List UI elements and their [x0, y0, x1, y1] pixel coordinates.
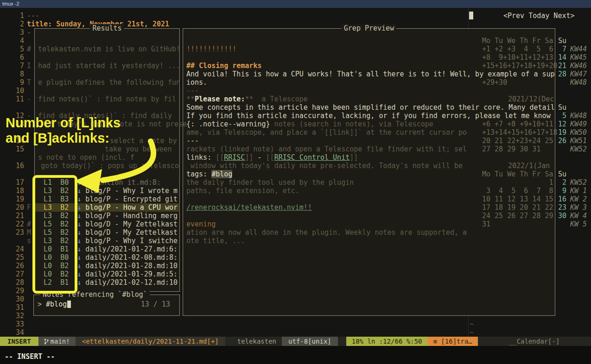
preview-line: {: .notice--warning} notes (search in no…	[186, 120, 433, 128]
calendar-days-row: 1	[482, 178, 553, 187]
preview-line: evening	[186, 220, 216, 228]
background-text-fragment: had just started it yesterday! ...	[38, 62, 180, 70]
command-line: -- INSERT --	[0, 346, 591, 364]
preview-line: window with today's daily note pre-selec…	[186, 162, 463, 170]
git-branch-icon	[44, 339, 49, 345]
preview-text-segment: #blog	[211, 170, 232, 178]
warning-segment: ≡ [16]tra…	[427, 337, 477, 346]
encoding-segment: utf-8[unix]	[282, 337, 338, 346]
result-label: daily/2021-01-29.md:5:	[81, 270, 178, 278]
calendar-days-row: +6 +7 +8 +9+10+11	[482, 120, 553, 128]
calendar-days-row: +13+14+15+16+17+18	[482, 128, 558, 137]
background-text-fragment: find notes()` : find notes by fil	[38, 95, 176, 103]
preview-text-segment: RRISC Control Unit	[274, 153, 350, 162]
preview-text-segment: ions.	[186, 78, 207, 87]
calendar-sunday-cell: 30	[555, 212, 566, 220]
calendar-week-number: KW48	[570, 112, 587, 120]
preview-text-segment: notes (search in notes), via Telescope	[270, 120, 433, 128]
markdown-file-icon: ↓	[77, 253, 81, 262]
preview-text-segment: [[	[266, 153, 274, 162]
preview-text-segment: tags:	[186, 170, 211, 178]
calendar-sunday-cell: 28	[555, 70, 566, 78]
preview-text-segment: the daily finder tool used by the plugin	[186, 178, 354, 187]
calendar-week-number: KW52	[570, 178, 587, 187]
calendar-week-number: KW 2	[570, 195, 587, 203]
preview-text-segment: And voila! This is how a CPU works! That…	[186, 70, 555, 78]
calendar-days-row: +8 9+10+11+12+13	[482, 53, 553, 62]
preview-line: links: [[RRISC]] - [[RRISC Control Unit]…	[186, 153, 358, 162]
calendar-sunday-cell: 19	[555, 128, 566, 137]
preview-line: paths, file extension, etc.	[186, 187, 299, 195]
calendar-week-number: KW 3	[570, 203, 587, 212]
calendar-cursor-block	[469, 12, 473, 19]
calendar-week-number: KW 5	[570, 220, 587, 228]
result-label: daily/2021-02-12.md:10	[81, 278, 178, 287]
calendar-week-number: KW49	[570, 120, 587, 128]
calendar-days-row: +29+30	[482, 78, 507, 87]
preview-text-segment: {: .notice--warning}	[186, 120, 270, 128]
preview-text-segment: ## Closing remarks	[186, 62, 262, 70]
annotation-text: Number of [L]inks and [B]acklinks:	[6, 115, 121, 146]
preview-line: If you find this article inaccurate, lac…	[186, 112, 551, 120]
markdown-file-icon: ↓	[77, 212, 81, 220]
preview-line: !!!!!!!!!!!!	[186, 45, 236, 53]
markdown-file-icon: ↓	[77, 270, 81, 278]
preview-text-segment: -	[254, 153, 266, 162]
calendar-sunday-cell: Su	[555, 170, 566, 178]
background-text-fragment: e plugin defines the following fun	[38, 78, 180, 87]
preview-text-segment: [[	[216, 153, 224, 162]
preview-line: rackets (linked note) and open a Telesco…	[186, 145, 467, 153]
preview-text-segment: RRISC	[224, 153, 245, 162]
preview-line: **Please note:** a Telescope	[186, 95, 308, 103]
vim-area: 1234567891011121314151617181920212223242…	[0, 8, 591, 337]
preview-text-segment: If you find this article inaccurate, lac…	[186, 112, 551, 120]
calendar-week-number: KW48	[570, 78, 587, 87]
calendar-days-row: Mo Tu We Th Fr Sa	[482, 37, 553, 45]
result-label: daily/2021-01-28.md:10	[81, 262, 178, 270]
preview-text-segment: **	[245, 95, 253, 103]
result-label: daily/2021-02-08.md:8:	[81, 253, 178, 262]
preview-line: /renerocksai/telekasten.nvim!!	[186, 203, 312, 212]
git-branch-segment: main!	[38, 337, 76, 346]
result-label: blog/P - Why I switche	[81, 237, 178, 245]
preview-line: Some concepts in this article have been …	[186, 103, 555, 112]
calendar-sunday-cell: 21	[555, 62, 566, 70]
calendar-days-row: 10 11 12 13 14 15	[482, 195, 553, 203]
markdown-file-icon: ↓	[77, 262, 81, 270]
calendar-sunday-cell: 16	[555, 195, 566, 203]
calendar-days-row: +15+16+17+18+19+20	[482, 62, 558, 70]
statusline-fill	[565, 337, 591, 346]
calendar-nav[interactable]: <Prev Today Next>	[503, 12, 575, 20]
markdown-file-icon: ↓	[77, 228, 81, 237]
calendar-week-number: KW46	[570, 62, 587, 70]
result-label: blog/D - My Zettelkast	[81, 220, 178, 228]
preview-line: ions.	[186, 78, 207, 87]
preview-text-segment: paths, file extension, etc.	[186, 187, 299, 195]
git-branch-name: main!	[51, 338, 70, 345]
plugin-name: telekasten	[232, 337, 282, 346]
calendar-week-number: KW45	[570, 53, 587, 62]
result-label: daily/2021-01-27.md:6:	[81, 245, 178, 253]
calendar-sunday-cell: 9	[555, 187, 566, 195]
calendar-days-row: +1 +2 +3 4 5 6	[482, 45, 553, 53]
calendar-days-row: 31	[482, 220, 490, 228]
preview-text-segment: /renerocksai/telekasten.nvim!!	[186, 203, 312, 212]
preview-line: ation are now all done in the plugin. We…	[186, 228, 467, 237]
calendar-week-number: KW 1	[570, 187, 587, 195]
calendar-week-number: KW51	[570, 137, 587, 145]
preview-text-segment: ame, via Telescope, and place a `[[link]…	[186, 128, 467, 137]
calendar-sunday-cell: 7	[555, 45, 566, 53]
result-label: blog/P - Handling merg	[81, 212, 178, 220]
calendar-days-row: 17 18 19 20 21 22	[482, 203, 553, 212]
preview-line: ---	[186, 87, 199, 95]
background-text-fragment: telekasten.nvim is live on GitHub!	[38, 45, 180, 53]
annotation-line2: and [B]acklinks:	[6, 131, 121, 146]
result-label: blog/P - How a CPU wor	[81, 203, 178, 212]
preview-text-segment: ]]	[245, 153, 253, 162]
preview-text-segment: evening	[186, 220, 216, 228]
preview-text-segment: ---	[186, 87, 199, 95]
preview-line: ---	[186, 137, 199, 145]
result-label: blog/D - My Zettelkast	[81, 228, 178, 237]
markdown-file-icon: ↓	[77, 203, 81, 212]
preview-text-segment: links:	[186, 153, 216, 162]
